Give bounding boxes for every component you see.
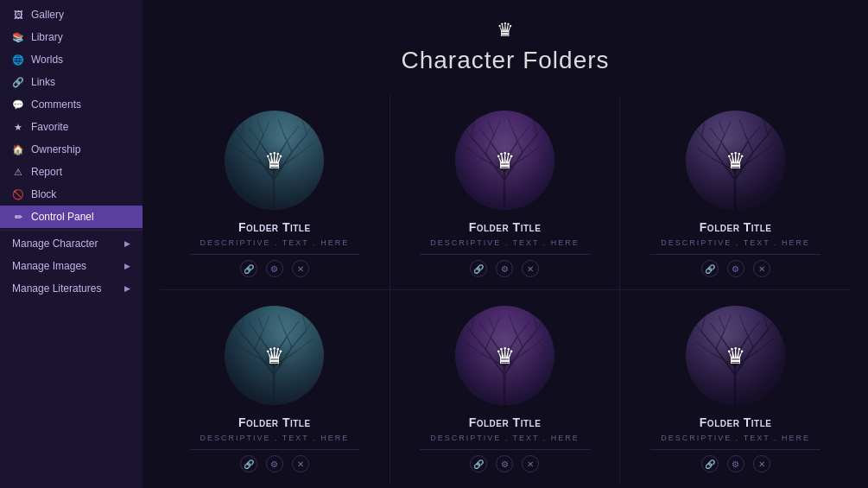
worlds-icon: 🌐 [12, 54, 24, 66]
folder-link-button[interactable]: 🔗 [470, 260, 487, 277]
report-icon: ⚠ [12, 166, 24, 178]
sidebar-item-label: Favorite [31, 121, 68, 133]
folder-card-3: ♛ Folder Title Descriptive . Text . Here… [620, 95, 851, 290]
folder-settings-button[interactable]: ⚙ [496, 455, 513, 472]
comments-icon: 💬 [12, 98, 24, 111]
folder-avatar[interactable]: ♛ [225, 111, 324, 210]
folder-divider [650, 254, 820, 255]
chevron-right-icon: ▶ [124, 284, 130, 293]
manage-character-label: Manage Character [12, 238, 98, 250]
sidebar-item-favorite[interactable]: ★ Favorite [0, 116, 143, 138]
folder-divider [420, 449, 590, 450]
manage-images-label: Manage Images [12, 260, 86, 272]
sidebar-item-library[interactable]: 📚 Library [0, 26, 143, 48]
folder-link-button[interactable]: 🔗 [240, 455, 257, 472]
page-title: Character Folders [401, 47, 609, 74]
block-icon: 🚫 [12, 188, 24, 200]
folder-title: Folder Title [238, 220, 311, 234]
sidebar-item-label: Gallery [31, 9, 64, 21]
folder-desc: Descriptive . Text . Here [200, 238, 349, 247]
folder-delete-button[interactable]: ✕ [753, 455, 770, 472]
avatar-crown-icon: ♛ [725, 147, 745, 174]
avatar-crown-icon: ♛ [264, 147, 284, 174]
folder-title: Folder Title [700, 415, 772, 429]
folder-link-button[interactable]: 🔗 [701, 455, 719, 472]
favorite-icon: ★ [12, 121, 24, 133]
folder-card-2: ♛ Folder Title Descriptive . Text . Here… [390, 95, 621, 290]
manage-literatures-label: Manage Literatures [12, 282, 101, 295]
folder-delete-button[interactable]: ✕ [292, 455, 309, 472]
avatar-crown-icon: ♛ [495, 342, 515, 369]
folder-settings-button[interactable]: ⚙ [727, 260, 744, 277]
sidebar: 🖼 Gallery 📚 Library 🌐 Worlds 🔗 Links 💬 C… [0, 0, 143, 488]
folder-settings-button[interactable]: ⚙ [727, 455, 744, 472]
folder-card-6: ♛ Folder Title Descriptive . Text . Here… [620, 290, 851, 485]
crown-icon: ♛ [497, 19, 514, 41]
folder-delete-button[interactable]: ✕ [292, 260, 309, 277]
chevron-right-icon: ▶ [124, 239, 130, 248]
sidebar-item-label: Links [31, 76, 55, 88]
folder-title: Folder Title [469, 415, 542, 429]
sidebar-divider [0, 230, 143, 231]
folder-actions: 🔗 ⚙ ✕ [470, 260, 539, 277]
sidebar-item-report[interactable]: ⚠ Report [0, 161, 143, 183]
folder-desc: Descriptive . Text . Here [430, 434, 580, 442]
sidebar-section-manage-character[interactable]: Manage Character ▶ [0, 232, 143, 255]
links-icon: 🔗 [12, 76, 24, 88]
folder-divider [190, 254, 360, 255]
folder-actions: 🔗 ⚙ ✕ [701, 260, 770, 277]
chevron-right-icon: ▶ [124, 262, 130, 270]
folder-delete-button[interactable]: ✕ [522, 455, 539, 472]
folder-actions: 🔗 ⚙ ✕ [240, 455, 309, 472]
folder-title: Folder Title [469, 220, 542, 234]
sidebar-item-label: Comments [31, 98, 81, 111]
sidebar-item-gallery[interactable]: 🖼 Gallery [0, 3, 143, 26]
sidebar-item-control-panel[interactable]: ✏ Control Panel [0, 206, 143, 228]
folder-avatar[interactable]: ♛ [686, 111, 785, 210]
main-content: ♛ Character Folders ♛ [143, 0, 868, 488]
sidebar-item-worlds[interactable]: 🌐 Worlds [0, 48, 143, 71]
folder-card-4: ♛ Folder Title Descriptive . Text . Here… [160, 290, 390, 485]
sidebar-item-label: Library [31, 31, 63, 43]
folder-link-button[interactable]: 🔗 [701, 260, 719, 277]
folder-avatar[interactable]: ♛ [225, 306, 324, 405]
folder-settings-button[interactable]: ⚙ [496, 260, 513, 277]
folder-delete-button[interactable]: ✕ [522, 260, 539, 277]
gallery-icon: 🖼 [12, 9, 24, 21]
folders-grid: ♛ Folder Title Descriptive . Text . Here… [143, 86, 868, 488]
folder-card-5: ♛ Folder Title Descriptive . Text . Here… [390, 290, 621, 485]
folder-settings-button[interactable]: ⚙ [266, 455, 283, 472]
sidebar-item-comments[interactable]: 💬 Comments [0, 93, 143, 116]
folder-delete-button[interactable]: ✕ [753, 260, 770, 277]
folder-desc: Descriptive . Text . Here [430, 238, 580, 247]
folder-link-button[interactable]: 🔗 [240, 260, 257, 277]
folder-desc: Descriptive . Text . Here [200, 434, 349, 442]
sidebar-item-label: Control Panel [31, 211, 94, 223]
sidebar-section-manage-images[interactable]: Manage Images ▶ [0, 255, 143, 277]
folder-settings-button[interactable]: ⚙ [266, 260, 283, 277]
folder-link-button[interactable]: 🔗 [470, 455, 487, 472]
folder-divider [650, 449, 820, 450]
folder-avatar[interactable]: ♛ [686, 306, 785, 405]
folder-actions: 🔗 ⚙ ✕ [701, 455, 770, 472]
library-icon: 📚 [12, 31, 24, 43]
folder-title: Folder Title [238, 415, 311, 429]
sidebar-section-manage-literatures[interactable]: Manage Literatures ▶ [0, 277, 143, 300]
sidebar-item-links[interactable]: 🔗 Links [0, 71, 143, 93]
sidebar-item-ownership[interactable]: 🏠 Ownership [0, 138, 143, 161]
sidebar-item-label: Ownership [31, 143, 80, 155]
avatar-crown-icon: ♛ [495, 147, 515, 174]
folder-card-1: ♛ Folder Title Descriptive . Text . Here… [160, 95, 390, 290]
folder-avatar[interactable]: ♛ [455, 306, 554, 405]
avatar-crown-icon: ♛ [725, 342, 745, 369]
folder-actions: 🔗 ⚙ ✕ [470, 455, 539, 472]
avatar-crown-icon: ♛ [264, 342, 284, 369]
edit-icon: ✏ [12, 211, 24, 223]
folder-avatar[interactable]: ♛ [455, 111, 554, 210]
sidebar-item-label: Worlds [31, 54, 63, 66]
folder-desc: Descriptive . Text . Here [661, 434, 810, 442]
folder-desc: Descriptive . Text . Here [661, 238, 810, 247]
page-header: ♛ Character Folders [143, 0, 868, 86]
folder-title: Folder Title [700, 220, 772, 234]
sidebar-item-block[interactable]: 🚫 Block [0, 183, 143, 206]
